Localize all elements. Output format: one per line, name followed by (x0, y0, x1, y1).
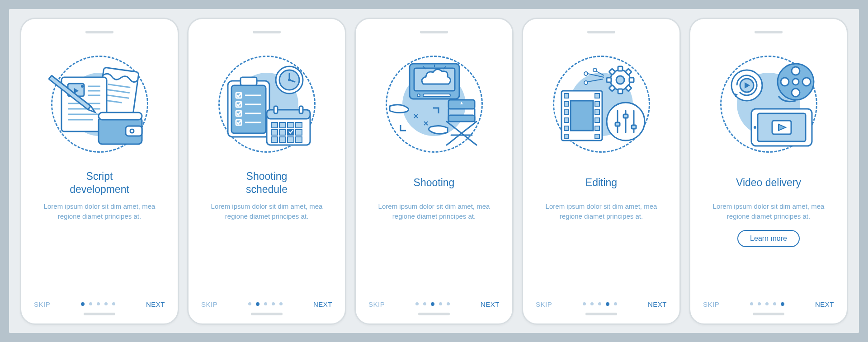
phone-speaker (85, 31, 113, 33)
svg-rect-96 (595, 110, 599, 114)
dashed-circle (218, 56, 316, 153)
page-dot[interactable] (89, 302, 92, 305)
svg-rect-43 (279, 122, 286, 128)
svg-rect-47 (279, 130, 286, 135)
page-dot[interactable] (272, 302, 275, 305)
page-dot[interactable] (97, 302, 100, 305)
svg-point-60 (417, 94, 420, 97)
phone-screen-shooting: Shooting Lorem ipsum dolor sit dim amet,… (354, 18, 514, 325)
svg-rect-92 (564, 126, 569, 131)
next-button[interactable]: NEXT (313, 300, 332, 308)
svg-rect-51 (279, 137, 286, 142)
page-dot[interactable] (583, 302, 586, 305)
next-button[interactable]: NEXT (815, 300, 834, 308)
screen-title: Video delivery (736, 170, 801, 196)
page-dot[interactable] (781, 302, 784, 306)
svg-rect-39 (267, 110, 310, 119)
page-dots (583, 302, 617, 306)
editing-icon (542, 46, 660, 163)
page-dot[interactable] (104, 302, 108, 305)
svg-rect-99 (595, 134, 599, 139)
svg-rect-89 (564, 102, 569, 106)
shooting-icon (375, 46, 493, 163)
nav-row: SKIP NEXT (367, 298, 501, 313)
svg-rect-72 (618, 66, 623, 71)
phone-screen-shooting-schedule: Shootingschedule Lorem ipsum dolor sit d… (187, 18, 346, 325)
page-dot[interactable] (81, 302, 85, 306)
screen-description: Lorem ipsum dolor sit dim amet, mea regi… (199, 201, 334, 222)
phone-speaker (253, 31, 281, 33)
svg-point-109 (793, 79, 799, 85)
next-button[interactable]: NEXT (648, 300, 667, 308)
svg-rect-74 (607, 78, 611, 82)
svg-rect-42 (271, 122, 278, 128)
script-development-icon (41, 46, 158, 163)
svg-rect-41 (299, 106, 303, 113)
skip-button[interactable]: SKIP (536, 300, 552, 308)
dashed-circle (553, 56, 650, 153)
page-dots (81, 302, 115, 306)
phone-screen-editing: Editing Lorem ipsum dolor sit dim amet, … (522, 18, 681, 325)
page-dot[interactable] (431, 302, 434, 306)
page-dot[interactable] (415, 302, 419, 305)
screen-title: Shootingschedule (246, 170, 288, 196)
phone-speaker (587, 31, 615, 33)
onboarding-panel: Scriptdevelopment Lorem ipsum dolor sit … (9, 9, 859, 333)
page-dot[interactable] (112, 302, 115, 305)
page-dot[interactable] (590, 302, 594, 305)
svg-rect-49 (296, 130, 302, 135)
page-dot[interactable] (423, 302, 426, 305)
skip-button[interactable]: SKIP (34, 300, 50, 308)
phone-home-indicator (585, 313, 617, 315)
svg-point-118 (754, 126, 756, 129)
svg-point-8 (81, 85, 84, 88)
svg-point-110 (792, 67, 800, 75)
page-dot[interactable] (614, 302, 617, 305)
page-dot[interactable] (248, 302, 251, 305)
next-button[interactable]: NEXT (481, 300, 500, 308)
phone-screen-video-delivery: Video delivery Lorem ipsum dolor sit dim… (689, 18, 848, 325)
page-dot[interactable] (758, 302, 761, 305)
screen-title: Shooting (414, 170, 455, 196)
page-dot[interactable] (264, 302, 267, 305)
dashed-circle (386, 56, 483, 153)
page-dot[interactable] (765, 302, 769, 305)
skip-button[interactable]: SKIP (703, 300, 719, 308)
page-dot[interactable] (256, 302, 259, 306)
skip-button[interactable]: SKIP (368, 300, 385, 308)
phone-home-indicator (418, 313, 450, 315)
svg-rect-105 (623, 114, 628, 118)
svg-rect-50 (271, 137, 278, 142)
screen-title: Editing (585, 170, 617, 196)
svg-rect-73 (618, 89, 623, 94)
svg-rect-93 (564, 134, 569, 139)
svg-point-113 (802, 78, 811, 86)
svg-rect-46 (271, 130, 278, 135)
phone-home-indicator (753, 313, 784, 315)
learn-more-button[interactable]: Learn more (737, 230, 800, 247)
svg-rect-88 (564, 94, 569, 98)
illustration (705, 43, 832, 165)
svg-point-26 (288, 79, 291, 81)
page-dot[interactable] (439, 302, 442, 305)
page-dot[interactable] (750, 302, 753, 305)
page-dot[interactable] (598, 302, 601, 305)
skip-button[interactable]: SKIP (201, 300, 217, 308)
svg-rect-18 (99, 112, 142, 120)
phone-home-indicator (251, 313, 283, 315)
phone-speaker (755, 31, 783, 33)
screen-description: Lorem ipsum dolor sit dim amet, mea regi… (534, 201, 669, 222)
next-button[interactable]: NEXT (146, 300, 165, 308)
page-dot[interactable] (773, 302, 776, 305)
svg-rect-29 (241, 77, 257, 85)
svg-rect-75 (629, 78, 634, 82)
page-dot[interactable] (447, 302, 450, 305)
svg-rect-98 (595, 126, 599, 131)
svg-rect-104 (615, 122, 620, 126)
page-dot[interactable] (606, 302, 609, 306)
dashed-circle (720, 56, 817, 153)
phone-speaker (420, 31, 448, 33)
page-dot[interactable] (279, 302, 283, 305)
page-dots (248, 302, 283, 306)
nav-row: SKIP NEXT (199, 298, 334, 313)
